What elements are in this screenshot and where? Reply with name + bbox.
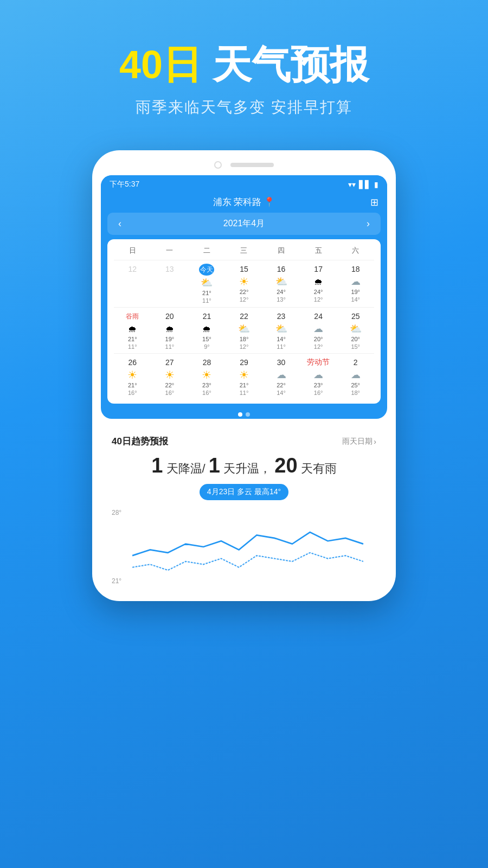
cell-date: 29 bbox=[240, 357, 248, 368]
temp-low: 18° bbox=[351, 390, 360, 396]
temp-low: 16° bbox=[128, 390, 137, 396]
temp-high: 20° bbox=[314, 336, 323, 342]
bottom-section: 40日趋势预报 雨天日期 › 1 天降温/ 1 天升温， 20 天有雨 4月23… bbox=[101, 424, 387, 585]
rainy-days-link[interactable]: 雨天日期 › bbox=[342, 437, 376, 446]
weekday-header: 二 bbox=[188, 244, 226, 258]
stats-summary: 1 天降温/ 1 天升温， 20 天有雨 bbox=[112, 454, 376, 477]
temperature-chart: 28° 21° bbox=[112, 509, 376, 585]
temp-high: 23° bbox=[202, 382, 211, 388]
calendar-cell[interactable]: 30☁22°14° bbox=[262, 357, 300, 396]
weather-icon: ☀ bbox=[202, 369, 211, 381]
cell-date: 24 bbox=[314, 311, 323, 322]
calendar-cell[interactable]: 17🌧24°12° bbox=[300, 264, 337, 304]
cell-date: 20 bbox=[165, 311, 174, 322]
month-title: 2021年4月 bbox=[223, 218, 265, 229]
temp-high: 20° bbox=[351, 336, 360, 342]
temp-low: 14° bbox=[351, 296, 360, 303]
calendar-cell[interactable]: 16⛅24°13° bbox=[262, 264, 300, 304]
signal-icon: ▋▋ bbox=[359, 180, 371, 189]
info-badge: 4月23日 多云 最高14° bbox=[200, 484, 288, 500]
calendar-cell[interactable]: 15☀22°12° bbox=[226, 264, 263, 304]
calendar-cell[interactable]: 12 bbox=[114, 264, 151, 304]
temp-high: 18° bbox=[240, 336, 249, 342]
cell-date: 12 bbox=[128, 264, 137, 275]
temp-high: 15° bbox=[202, 336, 211, 342]
temp-low: 13° bbox=[277, 296, 286, 303]
weekday-header: 六 bbox=[337, 244, 374, 258]
cell-date: 28 bbox=[203, 357, 211, 368]
calendar-cell[interactable]: 2☁25°18° bbox=[337, 357, 374, 396]
location-text: 浦东 荣科路 bbox=[213, 196, 262, 208]
weather-icon: 🌧 bbox=[165, 323, 174, 335]
cell-date: 16 bbox=[277, 264, 286, 275]
temp-low: 12° bbox=[314, 296, 323, 303]
app-header: 浦东 荣科路 📍 ⊞ bbox=[101, 192, 387, 213]
cell-date: 15 bbox=[240, 264, 248, 275]
calendar-row: 1213今天⛅21°11°15☀22°12°16⛅24°13°17🌧24°12°… bbox=[114, 260, 374, 307]
hero-section: 40日 天气预报 雨季来临天气多变 安排早打算 bbox=[0, 0, 488, 139]
temp-high: 23° bbox=[314, 382, 323, 388]
weather-icon: ☁ bbox=[351, 276, 361, 288]
cell-date: 17 bbox=[314, 264, 323, 275]
location-pin-icon: 📍 bbox=[264, 196, 275, 208]
weather-icon: 🌧 bbox=[128, 323, 137, 335]
phone-camera bbox=[214, 161, 222, 169]
calendar-cell[interactable]: 22⛅18°12° bbox=[226, 311, 263, 350]
calendar-cell[interactable]: 27☀22°16° bbox=[151, 357, 189, 396]
cell-date: 21 bbox=[203, 311, 211, 322]
temp-high: 19° bbox=[165, 336, 175, 342]
hero-subtitle: 雨季来临天气多变 安排早打算 bbox=[0, 97, 488, 118]
temp-high: 21° bbox=[202, 290, 211, 296]
calendar-cell[interactable]: 劳动节☁23°16° bbox=[300, 357, 337, 396]
weather-icon: ☁ bbox=[351, 369, 361, 381]
temp-low: 12° bbox=[240, 296, 249, 303]
temp-low: 16° bbox=[165, 390, 175, 396]
temp-high: 21° bbox=[128, 382, 137, 388]
status-icons: ▾▾ ▋▋ ▮ bbox=[348, 180, 378, 189]
temp-high: 19° bbox=[351, 289, 360, 295]
calendar-cell[interactable]: 20🌧19°11° bbox=[151, 311, 189, 350]
prev-month-button[interactable]: ‹ bbox=[118, 218, 121, 229]
weekday-header: 五 bbox=[300, 244, 337, 258]
weather-icon: ⛅ bbox=[350, 323, 362, 335]
calendar-cell[interactable]: 23⛅14°11° bbox=[262, 311, 300, 350]
calendar-cell[interactable]: 21🌧15°9° bbox=[188, 311, 226, 350]
chart-y-labels: 28° 21° bbox=[112, 509, 121, 585]
weather-icon: ☀ bbox=[239, 276, 249, 288]
temp-low: 11° bbox=[240, 390, 249, 396]
phone-mockup: 下午5:37 ▾▾ ▋▋ ▮ 浦东 荣科路 📍 ⊞ ‹ 2021年4月 › bbox=[0, 150, 488, 601]
wifi-icon: ▾▾ bbox=[348, 180, 356, 189]
temp-high: 24° bbox=[314, 289, 323, 295]
share-button[interactable]: ⊞ bbox=[370, 196, 378, 208]
cell-date: 27 bbox=[165, 357, 174, 368]
calendar-cell[interactable]: 25⛅20°15° bbox=[337, 311, 374, 350]
weather-icon: ⛅ bbox=[238, 323, 250, 335]
cell-date: 26 bbox=[128, 357, 137, 368]
dot-1 bbox=[238, 412, 242, 417]
weather-icon: ☀ bbox=[165, 369, 175, 381]
temp-high: 21° bbox=[240, 382, 249, 388]
weekday-header: 日 bbox=[114, 244, 151, 258]
weather-icon: ☁ bbox=[277, 369, 286, 381]
month-navigation: ‹ 2021年4月 › bbox=[107, 213, 381, 235]
calendar-cell[interactable]: 26☀21°16° bbox=[114, 357, 151, 396]
weekday-header: 一 bbox=[151, 244, 189, 258]
chart-label-high: 28° bbox=[112, 509, 121, 516]
temp-low: 11° bbox=[165, 343, 175, 350]
location-display: 浦东 荣科路 📍 bbox=[213, 196, 275, 208]
calendar-cell[interactable]: 29☀21°11° bbox=[226, 357, 263, 396]
calendar-cell[interactable]: 谷雨🌧21°11° bbox=[114, 311, 151, 350]
weekday-header: 四 bbox=[262, 244, 300, 258]
next-month-button[interactable]: › bbox=[367, 218, 370, 229]
calendar-cell[interactable]: 18☁19°14° bbox=[337, 264, 374, 304]
temp-high: 22° bbox=[277, 382, 286, 388]
temp-up-num: 1 bbox=[209, 454, 220, 477]
hero-title-white: 天气预报 bbox=[213, 43, 369, 86]
hero-title: 40日 天气预报 bbox=[0, 43, 488, 86]
temp-low: 12° bbox=[240, 343, 249, 350]
calendar-cell[interactable]: 28☀23°16° bbox=[188, 357, 226, 396]
calendar-cell[interactable]: 13 bbox=[151, 264, 189, 304]
cell-date: 18 bbox=[351, 264, 360, 275]
calendar-cell[interactable]: 24☁20°12° bbox=[300, 311, 337, 350]
calendar-cell[interactable]: 今天⛅21°11° bbox=[188, 264, 226, 304]
